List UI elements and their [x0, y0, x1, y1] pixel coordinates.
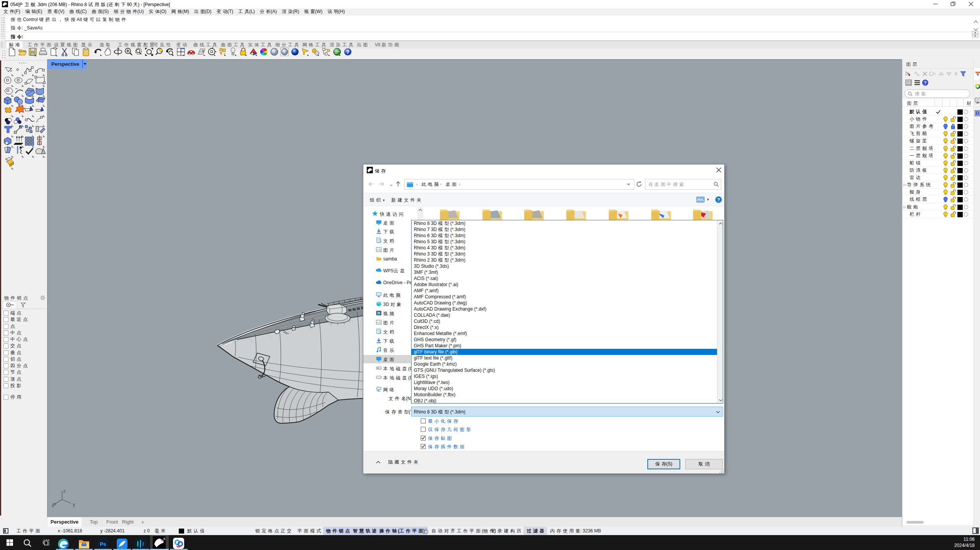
svg-text:?: ? [717, 197, 720, 203]
svg-text:y: y [73, 501, 75, 507]
svg-text:z: z [63, 488, 66, 494]
svg-text:?: ? [346, 49, 350, 55]
svg-text:Ps: Ps [100, 541, 106, 547]
svg-text:x: x [52, 503, 54, 508]
svg-text:8: 8 [163, 537, 165, 541]
svg-text:?: ? [924, 80, 927, 85]
svg-text:?: ? [977, 112, 979, 116]
